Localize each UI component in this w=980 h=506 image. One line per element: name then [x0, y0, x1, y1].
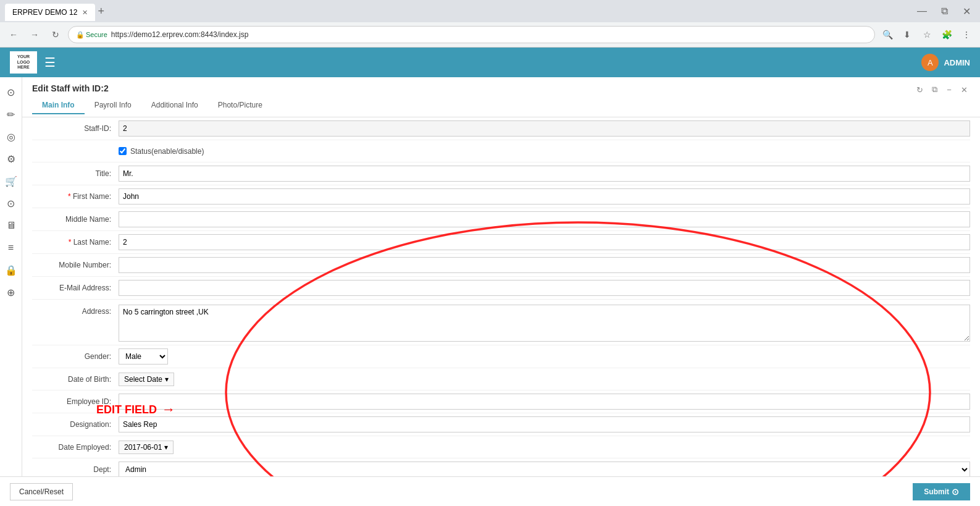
gender-label: Gender:: [32, 352, 119, 361]
address-bar[interactable]: 🔒 Secure https://demo12.erprev.com:8443/…: [68, 26, 875, 43]
browser-toolbar: ← → ↻ 🔒 Secure https://demo12.erprev.com…: [0, 22, 980, 47]
title-row: Title:: [32, 162, 970, 185]
close-button[interactable]: ✕: [958, 2, 975, 20]
dob-label: Date of Birth:: [32, 375, 119, 384]
mobile-row: Mobile Number:: [32, 254, 970, 277]
download-button[interactable]: ⬇: [898, 26, 916, 43]
page-actions: ↻ ⧉ − ✕: [913, 83, 970, 96]
close-icon[interactable]: ✕: [958, 83, 970, 96]
active-tab[interactable]: ERPREV DEMO 12 ✕: [5, 4, 95, 21]
back-button[interactable]: ←: [5, 26, 22, 43]
employee-id-input[interactable]: [119, 394, 970, 410]
app-container: YOURLOGOHERE ☰ A ADMIN ⊙ ✏ ◎ ⚙ 🛒 ⊙ 🖥 ≡ 🔒…: [0, 48, 980, 506]
main-area: ⊙ ✏ ◎ ⚙ 🛒 ⊙ 🖥 ≡ 🔒 ⊕ Edit Staff with ID:2…: [0, 77, 980, 506]
sidebar-icon-gear[interactable]: ⚙: [1, 149, 21, 169]
staff-id-label: Staff-ID:: [32, 124, 119, 133]
dept-label: Dept:: [32, 465, 119, 474]
logo: YOURLOGOHERE: [10, 51, 37, 74]
browser-chrome: ERPREV DEMO 12 ✕ + — ⧉ ✕ ← → ↻ 🔒 Secure …: [0, 0, 980, 48]
employee-id-label: Employee ID:: [32, 397, 119, 406]
tab-additional-info[interactable]: Additional Info: [141, 97, 208, 114]
browser-icons: 🔍 ⬇ ☆ 🧩 ⋮: [879, 26, 975, 43]
email-input[interactable]: [119, 280, 970, 296]
header-right: A ADMIN: [921, 54, 970, 71]
date-employed-label: Date Employed:: [32, 443, 119, 452]
title-label: Title:: [32, 169, 119, 178]
address-label: Address:: [32, 305, 119, 316]
designation-label: Designation:: [32, 420, 119, 429]
form-area: Staff-ID: document.currentScript.previou…: [22, 117, 980, 506]
designation-row: Designation:: [32, 413, 970, 436]
cancel-reset-button[interactable]: Cancel/Reset: [10, 483, 73, 500]
staff-id-input[interactable]: [119, 120, 970, 137]
first-name-label: * First Name:: [32, 192, 119, 201]
bookmark-button[interactable]: ☆: [918, 26, 936, 43]
date-employed-picker[interactable]: 2017-06-01 ▾: [119, 441, 174, 454]
reload-button[interactable]: ↻: [47, 26, 64, 43]
sidebar-icon-cart[interactable]: 🛒: [1, 171, 21, 191]
status-checkbox[interactable]: [119, 147, 127, 155]
mobile-input[interactable]: [119, 257, 970, 273]
secure-badge: 🔒 Secure: [76, 31, 107, 39]
date-employed-dropdown-icon: ▾: [164, 443, 168, 452]
last-name-row: * Last Name:: [32, 231, 970, 254]
bottom-bar: Cancel/Reset Submit ⊙: [0, 476, 980, 506]
mobile-label: Mobile Number:: [32, 261, 119, 269]
address-input[interactable]: No 5 carrington street ,UK: [119, 305, 970, 342]
employee-id-row: Employee ID:: [32, 390, 970, 413]
tab-payroll-info[interactable]: Payroll Info: [85, 97, 141, 114]
middle-name-input[interactable]: [119, 211, 970, 227]
new-tab-button[interactable]: +: [98, 5, 104, 18]
page-tabs: Main Info Payroll Info Additional Info P…: [32, 97, 970, 114]
sidebar-icon-target[interactable]: ⊙: [1, 193, 21, 213]
tab-photo-picture[interactable]: Photo/Picture: [208, 97, 272, 114]
page-header: Edit Staff with ID:2 ↻ ⧉ − ✕ Main Info P…: [22, 77, 980, 117]
sidebar: ⊙ ✏ ◎ ⚙ 🛒 ⊙ 🖥 ≡ 🔒 ⊕: [0, 77, 22, 506]
sidebar-icon-edit[interactable]: ✏: [1, 104, 21, 124]
url-text: https://demo12.erprev.com:8443/index.jsp: [111, 30, 249, 39]
sidebar-icon-list[interactable]: ≡: [1, 238, 21, 258]
first-name-input[interactable]: [119, 188, 970, 205]
address-row: Address: No 5 carrington street ,UK: [32, 300, 970, 345]
sidebar-icon-home[interactable]: ⊙: [1, 82, 21, 102]
sidebar-icon-monitor[interactable]: 🖥: [1, 216, 21, 235]
dob-value: Select Date: [124, 375, 162, 384]
email-label: E-Mail Address:: [32, 284, 119, 292]
submit-label: Submit: [924, 487, 949, 496]
minus-icon[interactable]: −: [943, 83, 955, 96]
admin-avatar[interactable]: A: [921, 54, 939, 71]
minimize-button[interactable]: —: [913, 2, 931, 20]
status-label: Status(enable/disable): [130, 147, 204, 156]
designation-input[interactable]: [119, 416, 970, 432]
tab-close-button[interactable]: ✕: [82, 9, 88, 17]
maximize-button[interactable]: ⧉: [936, 2, 953, 20]
sidebar-icon-plus[interactable]: ⊕: [1, 282, 21, 302]
extensions-button[interactable]: 🧩: [938, 26, 955, 43]
email-row: E-Mail Address:: [32, 277, 970, 300]
title-input[interactable]: [119, 166, 970, 182]
dept-select[interactable]: Admin HR Finance: [119, 462, 970, 478]
forward-button[interactable]: →: [26, 26, 43, 43]
staff-id-row: Staff-ID: document.currentScript.previou…: [32, 117, 970, 140]
dob-picker[interactable]: Select Date ▾: [119, 373, 174, 386]
hamburger-menu[interactable]: ☰: [44, 55, 56, 70]
sidebar-icon-circle[interactable]: ◎: [1, 127, 21, 146]
zoom-button[interactable]: 🔍: [879, 26, 896, 43]
browser-titlebar: ERPREV DEMO 12 ✕ + — ⧉ ✕: [0, 0, 980, 22]
gender-row: Gender: Male Female: [32, 345, 970, 368]
submit-button[interactable]: Submit ⊙: [913, 483, 970, 500]
submit-icon: ⊙: [952, 487, 959, 497]
status-row: Status(enable/disable): [32, 140, 970, 162]
sidebar-icon-lock[interactable]: 🔒: [1, 260, 21, 280]
gender-select[interactable]: Male Female: [119, 348, 168, 365]
middle-name-row: Middle Name:: [32, 208, 970, 231]
menu-button[interactable]: ⋮: [958, 26, 975, 43]
middle-name-label: Middle Name:: [32, 215, 119, 224]
tab-main-info[interactable]: Main Info: [32, 97, 85, 114]
content-area: Edit Staff with ID:2 ↻ ⧉ − ✕ Main Info P…: [22, 77, 980, 506]
date-employed-row: Date Employed: 2017-06-01 ▾: [32, 436, 970, 458]
expand-icon[interactable]: ⧉: [928, 83, 940, 96]
tab-title: ERPREV DEMO 12: [12, 8, 77, 17]
refresh-icon[interactable]: ↻: [913, 83, 926, 96]
last-name-input[interactable]: [119, 234, 970, 250]
